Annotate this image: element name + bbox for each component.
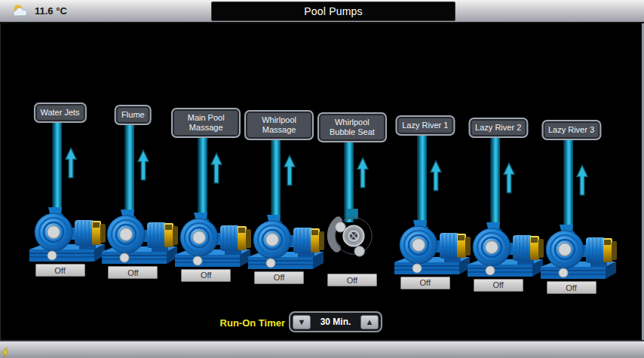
pump-status-button[interactable]: Off [474,279,523,292]
pump-label-button[interactable]: Whirlpool Massage [244,110,314,140]
pool-pumps-screen: 11.6 °C Pool Pumps [0,0,644,358]
centrifugal-pump-graphic[interactable] [28,207,106,268]
pump-status-button[interactable]: Off [35,264,85,277]
pump-status-button[interactable]: Off [254,271,304,284]
pump-label-button[interactable]: Flume [115,105,152,125]
centrifugal-pump-graphic[interactable] [393,220,471,280]
timer-increment-button[interactable]: ▲ [360,315,379,329]
centrifugal-pump-graphic[interactable] [173,213,252,273]
pipe [124,123,134,222]
flow-arrow-icon [284,155,296,186]
taskbar [0,340,644,358]
pump-status-button[interactable]: Off [181,269,231,282]
pump-label-button[interactable]: Whirlpool Bubble Seat [317,112,387,142]
pump-station: Water Jets Off [24,103,97,279]
flow-arrow-icon [430,160,442,191]
pipe [198,126,207,225]
pipe [417,133,427,233]
pipe [563,138,573,237]
blower-pump-graphic[interactable] [325,209,379,262]
centrifugal-pump-graphic[interactable] [539,225,618,285]
centrifugal-pump-graphic[interactable] [466,222,544,283]
timer-decrement-button[interactable]: ▼ [293,315,311,329]
pump-station: Main Pool Massage Off [170,108,242,284]
timer-value: 30 Min. [320,317,351,327]
pump-station: Flume Off [97,105,169,281]
pipe [490,136,500,235]
run-on-timer-control: ▼ 30 Min. ▲ [289,311,382,332]
pump-label-button[interactable]: Lazy River 2 [468,118,528,138]
pipe [52,121,62,220]
pump-station: Whirlpool Massage Off [243,110,315,286]
pump-status-button[interactable]: Off [400,277,450,289]
pump-label-button[interactable]: Main Pool Massage [171,108,241,138]
centrifugal-pump-graphic[interactable] [247,215,325,275]
run-on-timer-label: Run-On Timer [217,317,285,329]
pump-station: Lazy River 2 Off [462,118,535,294]
pump-station: Whirlpool Bubble Seat Off [316,112,388,289]
flow-arrow-icon [210,152,222,184]
pipe [271,128,281,228]
pump-station: Lazy River 1 Off [389,115,462,292]
pump-status-button[interactable]: Off [108,266,158,279]
flow-arrow-icon [137,149,149,181]
pump-stations-area: Water Jets Off [0,0,644,358]
centrifugal-pump-graphic[interactable] [100,210,179,270]
pump-label-button[interactable]: Lazy River 3 [541,120,601,140]
pump-label-button[interactable]: Water Jets [33,103,86,123]
pump-status-button[interactable]: Off [547,281,596,294]
flow-arrow-icon [357,157,369,188]
taskbar-lightning-icon[interactable] [2,347,9,357]
flow-arrow-icon [576,164,588,196]
pump-station: Lazy River 3 Off [535,120,608,296]
flow-arrow-icon [503,162,515,194]
flow-arrow-icon [65,147,77,179]
pump-label-button[interactable]: Lazy River 1 [395,115,455,136]
pump-status-button[interactable]: Off [327,274,377,286]
